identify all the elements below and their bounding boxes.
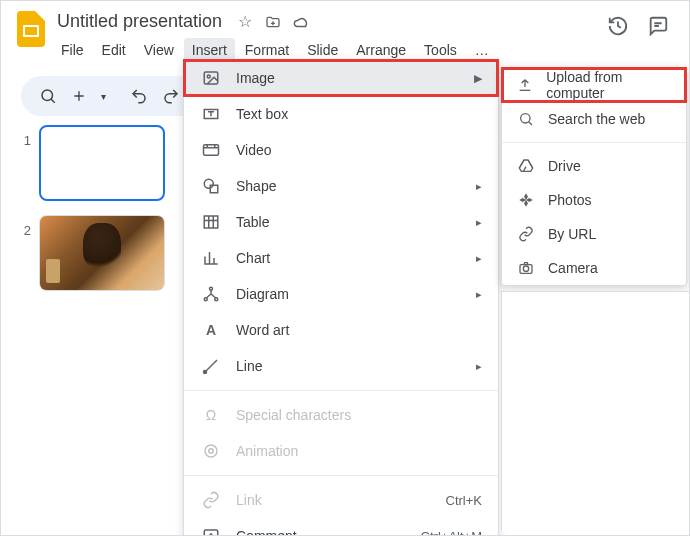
search-the-web[interactable]: Search the web — [502, 102, 686, 136]
menu-edit[interactable]: Edit — [94, 38, 134, 62]
animation-icon — [200, 442, 222, 460]
diagram-icon — [200, 285, 222, 303]
svg-point-13 — [204, 371, 207, 374]
submenu-arrow-icon: ▸ — [476, 252, 482, 265]
chart-icon — [200, 249, 222, 267]
insert-video[interactable]: Video — [184, 132, 498, 168]
slide-number: 2 — [15, 215, 39, 238]
menu-label: Word art — [236, 322, 289, 338]
slide-thumbnail-1[interactable] — [39, 125, 165, 201]
menu-separator — [184, 390, 498, 391]
menu-label: Camera — [548, 260, 598, 276]
svg-rect-8 — [210, 185, 218, 193]
photos-icon — [516, 192, 536, 208]
svg-rect-6 — [204, 145, 219, 156]
camera-icon — [516, 260, 536, 276]
menu-label: Link — [236, 492, 262, 508]
svg-rect-1 — [25, 27, 37, 35]
menu-label: Drive — [548, 158, 581, 174]
insert-line[interactable]: Line ▸ — [184, 348, 498, 384]
table-icon — [200, 213, 222, 231]
shape-icon — [200, 177, 222, 195]
insert-comment[interactable]: Comment Ctrl+Alt+M — [184, 518, 498, 536]
menu-label: Video — [236, 142, 272, 158]
insert-chart[interactable]: Chart ▸ — [184, 240, 498, 276]
history-icon[interactable] — [607, 15, 629, 41]
menu-file[interactable]: File — [53, 38, 92, 62]
svg-point-15 — [205, 445, 217, 457]
submenu-arrow-icon: ▸ — [476, 288, 482, 301]
insert-special-chars: Ω Special characters — [184, 397, 498, 433]
insert-link: Link Ctrl+K — [184, 482, 498, 518]
menu-label: Chart — [236, 250, 270, 266]
svg-point-11 — [204, 298, 207, 301]
insert-diagram[interactable]: Diagram ▸ — [184, 276, 498, 312]
upload-from-computer[interactable]: Upload from computer — [502, 68, 686, 102]
insert-dropdown: Image ▶ Text box Video Shape ▸ Table ▸ C… — [183, 59, 499, 536]
shortcut-label: Ctrl+K — [446, 493, 482, 508]
wordart-icon: A — [200, 322, 222, 338]
svg-point-2 — [42, 90, 53, 101]
insert-animation: Animation — [184, 433, 498, 469]
menu-label: Line — [236, 358, 262, 374]
insert-shape[interactable]: Shape ▸ — [184, 168, 498, 204]
thumbnail-image — [40, 216, 164, 290]
menu-label: Text box — [236, 106, 288, 122]
svg-point-4 — [207, 75, 210, 78]
svg-point-10 — [210, 287, 213, 290]
menu-label: Upload from computer — [546, 69, 672, 101]
insert-table[interactable]: Table ▸ — [184, 204, 498, 240]
menu-label: Special characters — [236, 407, 351, 423]
omega-icon: Ω — [200, 407, 222, 423]
insert-wordart[interactable]: A Word art — [184, 312, 498, 348]
svg-point-17 — [521, 114, 530, 123]
drive-icon — [516, 158, 536, 174]
upload-icon — [516, 77, 534, 93]
svg-point-14 — [209, 449, 214, 454]
insert-textbox[interactable]: Text box — [184, 96, 498, 132]
menu-label: By URL — [548, 226, 596, 242]
cloud-status-icon[interactable] — [292, 13, 310, 31]
search-tool-icon[interactable] — [33, 81, 63, 111]
search-icon — [516, 111, 536, 127]
image-icon — [200, 69, 222, 87]
menu-view[interactable]: View — [136, 38, 182, 62]
document-title[interactable]: Untitled presentation — [53, 9, 226, 34]
svg-point-12 — [215, 298, 218, 301]
svg-point-7 — [204, 179, 213, 188]
app-header: Untitled presentation ☆ File Edit View I… — [1, 1, 689, 62]
menu-separator — [502, 142, 686, 143]
move-icon[interactable] — [264, 13, 282, 31]
menu-label: Animation — [236, 443, 298, 459]
textbox-icon — [200, 105, 222, 123]
slides-logo — [13, 9, 49, 49]
insert-image[interactable]: Image ▶ — [184, 60, 498, 96]
new-slide-icon[interactable] — [65, 82, 93, 110]
svg-rect-9 — [204, 216, 218, 228]
submenu-arrow-icon: ▶ — [474, 72, 482, 85]
url-link-icon — [516, 226, 536, 242]
line-icon — [200, 357, 222, 375]
submenu-arrow-icon: ▸ — [476, 216, 482, 229]
by-url[interactable]: By URL — [502, 217, 686, 251]
slide-thumbnail-2[interactable] — [39, 215, 165, 291]
menu-label: Photos — [548, 192, 592, 208]
shortcut-label: Ctrl+Alt+M — [421, 529, 482, 537]
redo-icon[interactable] — [156, 81, 186, 111]
star-icon[interactable]: ☆ — [236, 13, 254, 31]
menu-label: Table — [236, 214, 269, 230]
menu-label: Image — [236, 70, 275, 86]
slide-thumbnails: 1 2 — [15, 125, 165, 305]
slide-number: 1 — [15, 125, 39, 148]
submenu-arrow-icon: ▸ — [476, 360, 482, 373]
menu-label: Search the web — [548, 111, 645, 127]
comments-icon[interactable] — [647, 15, 669, 41]
dropdown-caret-icon[interactable]: ▾ — [95, 85, 112, 108]
undo-icon[interactable] — [124, 81, 154, 111]
svg-point-19 — [523, 266, 528, 271]
from-drive[interactable]: Drive — [502, 149, 686, 183]
image-submenu: Upload from computer Search the web Driv… — [501, 67, 687, 286]
from-photos[interactable]: Photos — [502, 183, 686, 217]
from-camera[interactable]: Camera — [502, 251, 686, 285]
menu-label: Shape — [236, 178, 276, 194]
